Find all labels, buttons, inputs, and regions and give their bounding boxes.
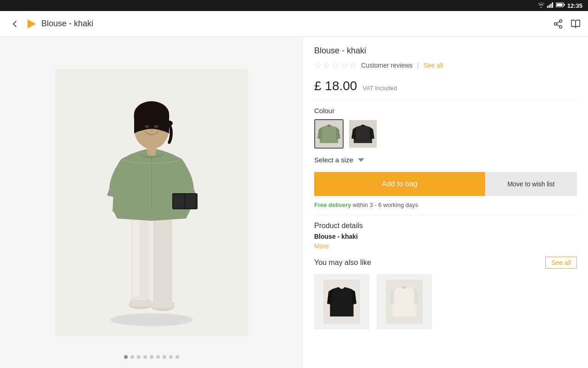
battery-icon xyxy=(556,2,565,9)
app-logo-icon xyxy=(28,19,36,29)
signal-icon xyxy=(547,2,554,9)
dot-4[interactable] xyxy=(143,355,147,359)
dot-5[interactable] xyxy=(150,355,153,359)
dot-3[interactable] xyxy=(137,355,141,359)
product-title: Blouse - khaki xyxy=(314,46,577,56)
suggested-item-1[interactable] xyxy=(314,274,369,329)
colour-label: Colour xyxy=(314,107,577,115)
you-may-like-header: You may also like See all xyxy=(314,257,577,269)
nav-title: Blouse - khaki xyxy=(41,19,548,29)
svg-point-13 xyxy=(110,313,193,326)
size-section[interactable]: Select a size xyxy=(314,156,577,164)
colour-swatch-khaki[interactable] xyxy=(314,119,344,149)
wifi-icon xyxy=(537,2,545,9)
divider-1 xyxy=(314,100,577,100)
colour-options xyxy=(314,119,577,149)
star-3: ☆ xyxy=(332,60,339,70)
star-1: ☆ xyxy=(314,60,322,70)
action-button-row: Add to bag Move to wish list xyxy=(314,172,577,196)
product-details-title: Product details xyxy=(314,222,577,230)
delivery-info: Free delivery within 3 - 6 working days xyxy=(314,201,577,208)
dot-7[interactable] xyxy=(163,355,166,359)
customer-reviews-label: Customer reviews xyxy=(361,62,413,69)
pipe-divider: | xyxy=(417,62,419,69)
svg-line-11 xyxy=(557,21,560,23)
you-may-also-like-section: You may also like See all xyxy=(314,257,577,329)
product-info-panel: Blouse - khaki ☆ ☆ ☆ ☆ ☆ Customer review… xyxy=(303,37,588,368)
product-details-section: Product details Blouse - khaki More xyxy=(314,222,577,250)
vat-text: VAT included xyxy=(362,85,397,92)
see-all-reviews-link[interactable]: See all xyxy=(424,62,443,69)
price-row: £ 18.00 VAT included xyxy=(314,79,577,93)
nav-actions xyxy=(553,19,581,29)
status-bar: 12:35 xyxy=(0,0,588,11)
share-button[interactable] xyxy=(553,19,563,29)
star-rating: ☆ ☆ ☆ ☆ ☆ xyxy=(314,60,356,70)
top-nav: Blouse - khaki xyxy=(0,11,588,37)
product-image[interactable] xyxy=(55,69,248,336)
see-all-recommendations-link[interactable]: See all xyxy=(545,257,577,269)
svg-rect-18 xyxy=(130,300,153,306)
product-image-panel xyxy=(0,37,303,368)
size-label: Select a size xyxy=(314,156,353,164)
svg-line-10 xyxy=(557,24,560,26)
svg-rect-20 xyxy=(152,302,175,308)
svg-point-27 xyxy=(165,121,173,126)
delivery-days-text: within 3 - 6 working days xyxy=(353,201,418,208)
svg-rect-2 xyxy=(550,4,552,8)
dot-8[interactable] xyxy=(169,355,173,359)
status-icons: 12:35 xyxy=(537,2,582,9)
add-to-bag-button[interactable]: Add to bag xyxy=(314,172,485,196)
status-time: 12:35 xyxy=(567,2,582,9)
svg-rect-16 xyxy=(133,214,140,297)
svg-rect-0 xyxy=(547,6,548,8)
book-button[interactable] xyxy=(571,19,581,29)
you-may-like-title: You may also like xyxy=(314,259,371,267)
size-dropdown-arrow-icon[interactable] xyxy=(358,158,364,162)
star-2: ☆ xyxy=(323,60,330,70)
back-button[interactable] xyxy=(7,17,22,31)
svg-rect-1 xyxy=(548,5,550,8)
main-container: Blouse - khaki ☆ ☆ ☆ ☆ ☆ Customer review… xyxy=(0,37,588,368)
suggested-item-2[interactable] xyxy=(377,274,432,329)
dot-1[interactable] xyxy=(124,355,128,359)
wish-list-button[interactable]: Move to wish list xyxy=(485,172,577,196)
dot-6[interactable] xyxy=(156,355,160,359)
free-delivery-label: Free delivery xyxy=(314,201,351,208)
divider-2 xyxy=(314,215,577,215)
more-details-link[interactable]: More xyxy=(314,242,329,250)
star-4: ☆ xyxy=(340,60,348,70)
image-pagination-dots xyxy=(124,355,179,359)
svg-rect-5 xyxy=(564,4,565,6)
dot-9[interactable] xyxy=(175,355,179,359)
star-5: ☆ xyxy=(349,60,356,70)
colour-swatch-black[interactable] xyxy=(348,119,378,149)
dot-2[interactable] xyxy=(130,355,134,359)
product-detail-name: Blouse - khaki xyxy=(314,233,577,240)
rating-row: ☆ ☆ ☆ ☆ ☆ Customer reviews | See all xyxy=(314,60,577,70)
suggested-items-list xyxy=(314,274,577,329)
colour-section: Colour xyxy=(314,107,577,149)
product-price: £ 18.00 xyxy=(314,79,357,93)
svg-rect-6 xyxy=(556,4,562,6)
svg-rect-15 xyxy=(153,212,172,304)
svg-rect-3 xyxy=(552,2,553,8)
